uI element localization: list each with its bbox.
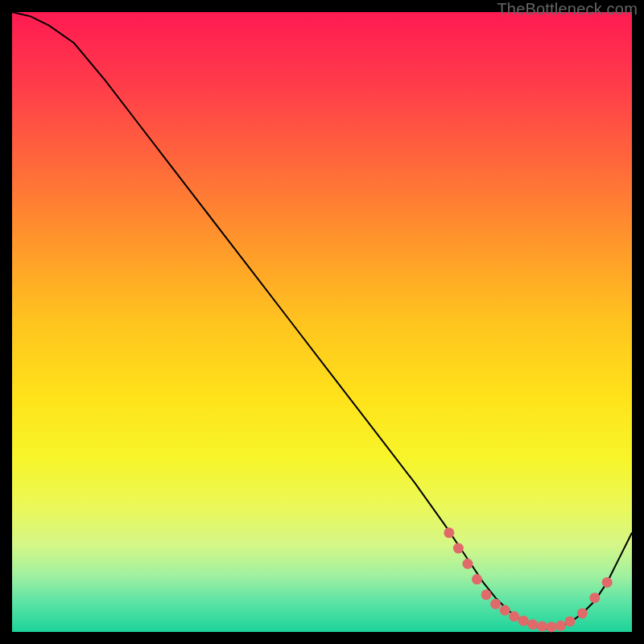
curve-marker	[462, 559, 473, 569]
curve-marker	[602, 577, 613, 588]
curve-marker	[453, 543, 464, 554]
chart-stage: TheBottleneck.com	[0, 0, 644, 644]
chart-plot-area	[12, 12, 632, 632]
curve-marker	[546, 621, 556, 632]
curve-marker	[527, 619, 538, 630]
curve-marker	[518, 616, 529, 626]
curve-marker	[500, 605, 510, 616]
curve-marker	[509, 611, 519, 621]
bottleneck-curve-svg	[12, 12, 632, 632]
bottleneck-curve-path	[12, 12, 632, 629]
curve-marker	[472, 574, 482, 584]
watermark-text: TheBottleneck.com	[497, 0, 638, 19]
curve-marker	[565, 616, 576, 626]
curve-marker	[481, 589, 492, 600]
curve-markers	[444, 527, 612, 632]
curve-marker	[537, 621, 547, 632]
curve-marker	[589, 592, 600, 603]
curve-marker	[555, 621, 566, 631]
curve-marker	[577, 608, 588, 618]
curve-marker	[490, 599, 501, 609]
curve-marker	[444, 527, 454, 538]
